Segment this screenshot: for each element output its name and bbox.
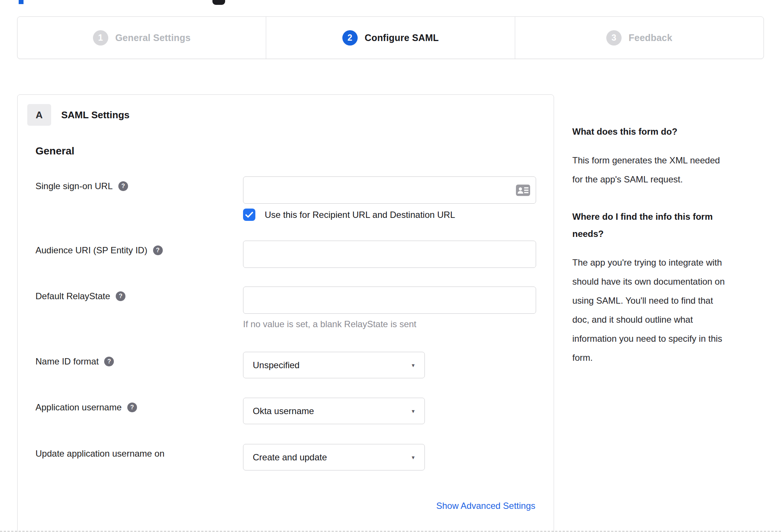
checkmark-icon — [245, 212, 253, 218]
panel-title: SAML Settings — [61, 109, 130, 121]
sidebar-paragraph-what: This form generates the XML needed for t… — [572, 151, 765, 189]
field-label-text: Update application username on — [35, 448, 165, 459]
step-2-circle: 2 — [342, 30, 358, 46]
step-1-label: General Settings — [115, 32, 191, 43]
name-id-format-value: Unspecified — [253, 360, 299, 370]
single-sign-on-url-input[interactable] — [243, 176, 536, 204]
step-feedback[interactable]: 3 Feedback — [515, 17, 763, 59]
cropped-header-logo-fragment — [212, 0, 225, 5]
single-sign-on-url-label: Single sign-on URL ? — [35, 176, 243, 191]
sidebar-heading-what: What does this form do? — [572, 123, 765, 140]
default-relaystate-control: If no value is set, a blank RelayState i… — [243, 287, 536, 329]
help-icon[interactable]: ? — [127, 403, 137, 412]
update-application-username-label: Update application username on — [35, 444, 243, 459]
sidebar-heading-where: Where do I find the info this form needs… — [572, 208, 765, 242]
show-advanced-settings-link[interactable]: Show Advanced Settings — [436, 501, 535, 511]
advanced-settings-row: Show Advanced Settings — [18, 501, 554, 511]
field-label-text: Single sign-on URL — [35, 181, 113, 191]
use-for-recipient-url-label: Use this for Recipient URL and Destinati… — [265, 210, 455, 220]
step-2-label: Configure SAML — [365, 32, 439, 43]
saml-settings-panel: A SAML Settings General Single sign-on U… — [17, 94, 554, 532]
single-sign-on-url-control — [243, 176, 536, 204]
help-icon[interactable]: ? — [118, 181, 128, 191]
update-application-username-select[interactable]: Create and update ▼ — [243, 444, 425, 470]
use-for-recipient-url-checkbox[interactable] — [243, 209, 255, 221]
field-label-text: Audience URI (SP Entity ID) — [35, 245, 147, 256]
chevron-down-icon: ▼ — [411, 362, 416, 368]
name-id-format-row: Name ID format ? Unspecified ▼ — [18, 352, 554, 378]
step-1-circle: 1 — [93, 30, 108, 46]
contact-card-icon[interactable] — [516, 184, 530, 196]
application-username-row: Application username ? Okta username ▼ — [18, 398, 554, 424]
chevron-down-icon: ▼ — [411, 454, 416, 460]
section-a-badge: A — [27, 104, 51, 126]
general-section-heading: General — [35, 145, 554, 157]
sidebar-paragraph-where: The app you're trying to integrate with … — [572, 253, 765, 367]
chevron-down-icon: ▼ — [411, 408, 416, 414]
application-username-value: Okta username — [253, 406, 314, 416]
audience-uri-row: Audience URI (SP Entity ID) ? — [18, 241, 554, 268]
step-configure-saml[interactable]: 2 Configure SAML — [266, 17, 514, 59]
panel-header: A SAML Settings — [27, 104, 554, 126]
application-username-select[interactable]: Okta username ▼ — [243, 398, 425, 424]
name-id-format-label: Name ID format ? — [35, 352, 243, 367]
field-label-text: Application username — [35, 402, 122, 413]
configure-saml-page: 1 General Settings 2 Configure SAML 3 Fe… — [0, 0, 781, 532]
help-icon[interactable]: ? — [116, 291, 125, 301]
update-application-username-value: Create and update — [253, 452, 327, 463]
update-application-username-row: Update application username on Create an… — [18, 444, 554, 470]
name-id-format-select[interactable]: Unspecified ▼ — [243, 352, 425, 378]
name-id-format-control: Unspecified ▼ — [243, 352, 425, 378]
step-3-label: Feedback — [629, 32, 672, 43]
relaystate-helper-text: If no value is set, a blank RelayState i… — [243, 319, 536, 329]
default-relaystate-label: Default RelayState ? — [35, 287, 243, 301]
recipient-url-checkbox-row: Use this for Recipient URL and Destinati… — [18, 209, 554, 221]
field-label-text: Name ID format — [35, 356, 99, 367]
help-icon[interactable]: ? — [104, 357, 114, 366]
application-username-label: Application username ? — [35, 398, 243, 413]
wizard-stepper: 1 General Settings 2 Configure SAML 3 Fe… — [17, 16, 764, 59]
step-general-settings[interactable]: 1 General Settings — [18, 17, 266, 59]
help-icon[interactable]: ? — [153, 245, 163, 255]
audience-uri-label: Audience URI (SP Entity ID) ? — [35, 241, 243, 256]
help-sidebar: What does this form do? This form genera… — [572, 123, 765, 367]
audience-uri-input[interactable] — [243, 241, 536, 268]
audience-uri-control — [243, 241, 536, 268]
default-relaystate-row: Default RelayState ? If no value is set,… — [18, 287, 554, 329]
field-label-text: Default RelayState — [35, 291, 110, 301]
single-sign-on-url-row: Single sign-on URL ? — [18, 176, 554, 204]
application-username-control: Okta username ▼ — [243, 398, 425, 424]
bottom-crop-divider — [0, 531, 781, 532]
update-application-username-control: Create and update ▼ — [243, 444, 425, 470]
default-relaystate-input[interactable] — [243, 287, 536, 314]
step-3-circle: 3 — [606, 30, 622, 46]
cropped-header-text-fragment — [19, 0, 24, 4]
